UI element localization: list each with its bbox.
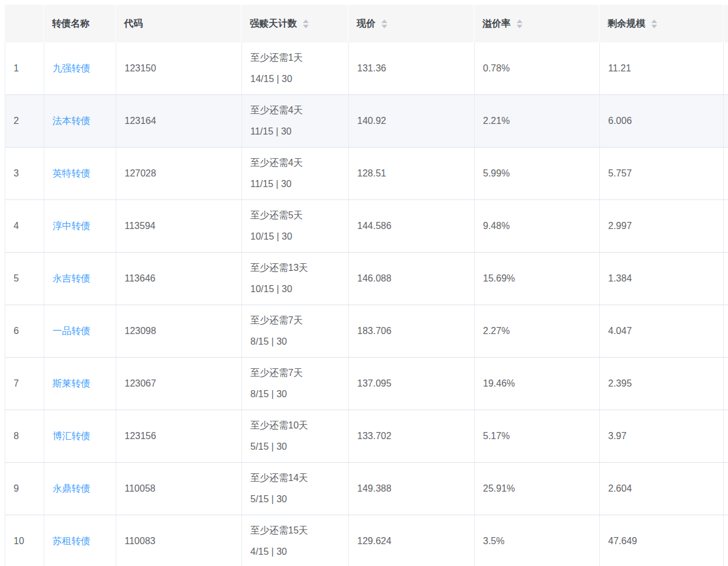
remaining-size-cell: 1.384 (600, 253, 724, 305)
remaining-size-cell: 2.395 (600, 358, 724, 410)
redeem-days-progress: 8/15 | 30 (250, 331, 345, 352)
current-price: 137.095 (357, 373, 471, 394)
row-index-cell: 6 (5, 305, 44, 357)
row-index-cell: 9 (5, 463, 44, 515)
redeem-days-progress: 10/15 | 30 (250, 226, 345, 247)
redeem-days-cell: 至少还需5天 10/15 | 30 (242, 200, 349, 252)
current-price-cell: 128.51 (349, 148, 475, 199)
remaining-size-cell: 2.997 (600, 200, 724, 252)
bond-name-link[interactable]: 永鼎转债 (53, 478, 112, 499)
sort-asc-icon[interactable] (303, 19, 309, 23)
current-price: 129.624 (357, 531, 471, 552)
row-index-cell: 2 (5, 95, 44, 147)
clipped-column-cell (724, 358, 728, 410)
remaining-size: 2.395 (608, 373, 720, 394)
remaining-size-cell: 47.649 (600, 515, 724, 566)
bond-name-link[interactable]: 英特转债 (53, 163, 112, 184)
table-row: 3 英特转债 127028 至少还需4天 11/15 | 30 128.51 5… (5, 148, 728, 200)
table-row: 10 苏租转债 110083 至少还需15天 4/15 | 30 129.624… (5, 515, 728, 566)
redeem-days-progress: 11/15 | 30 (250, 174, 345, 195)
clipped-column-cell (724, 42, 728, 94)
table-row: 2 法本转债 123164 至少还需4天 11/15 | 30 140.92 2… (5, 95, 728, 148)
bond-name-link[interactable]: 九强转债 (53, 58, 112, 79)
current-price: 183.706 (357, 320, 471, 342)
sort-asc-icon[interactable] (517, 19, 523, 23)
row-index-cell: 7 (5, 358, 44, 410)
premium-rate: 19.46% (483, 373, 596, 394)
redeem-days-progress: 10/15 | 30 (250, 279, 345, 300)
redeem-days-progress: 5/15 | 30 (250, 436, 345, 457)
bond-name-cell: 淳中转债 (44, 200, 116, 252)
sort-desc-icon[interactable] (651, 25, 657, 28)
redeem-days-progress: 4/15 | 30 (250, 541, 345, 562)
current-price: 149.388 (357, 478, 471, 499)
column-label: 剩余规模 (608, 18, 645, 30)
redeem-days-progress: 11/15 | 30 (250, 121, 345, 142)
remaining-size: 2.604 (608, 478, 720, 499)
sort-asc-icon[interactable] (381, 19, 387, 23)
bond-code-cell: 110058 (116, 463, 242, 515)
clipped-column-cell (724, 95, 728, 147)
redeem-days-cell: 至少还需4天 11/15 | 30 (242, 95, 349, 147)
premium-rate-cell: 15.69% (475, 253, 600, 305)
clipped-column-cell (724, 200, 728, 252)
redeem-days-cell: 至少还需10天 5/15 | 30 (242, 410, 349, 462)
column-header-days: 强赎天计数 (241, 5, 348, 42)
redeem-days-progress: 14/15 | 30 (250, 68, 345, 90)
remaining-size-cell: 11.21 (600, 42, 724, 94)
remaining-size-cell: 4.047 (600, 305, 724, 357)
sort-icon[interactable] (651, 19, 657, 28)
redeem-days-cell: 至少还需1天 14/15 | 30 (242, 42, 349, 94)
sort-asc-icon[interactable] (651, 19, 657, 23)
bond-name-cell: 博汇转债 (44, 410, 116, 462)
premium-rate: 25.91% (483, 478, 596, 499)
redeem-days-text: 至少还需10天 (250, 415, 345, 436)
sort-desc-icon[interactable] (303, 25, 309, 28)
sort-icon[interactable] (381, 19, 387, 28)
table-body: 1 九强转债 123150 至少还需1天 14/15 | 30 131.36 0… (5, 42, 728, 566)
clipped-column-cell (724, 463, 728, 515)
bond-name-link[interactable]: 法本转债 (53, 110, 112, 132)
premium-rate-cell: 25.91% (475, 463, 600, 515)
column-header-remaining: 剩余规模 (599, 5, 723, 42)
row-index: 7 (14, 373, 40, 394)
premium-rate-cell: 19.46% (475, 358, 600, 410)
redeem-days-text: 至少还需5天 (250, 205, 345, 226)
current-price: 128.51 (357, 163, 471, 184)
column-header-premium: 溢价率 (474, 5, 599, 42)
bond-code-cell: 123150 (116, 42, 242, 94)
bond-code: 127028 (125, 163, 238, 184)
bond-name-link[interactable]: 博汇转债 (53, 426, 112, 447)
bond-name-link[interactable]: 淳中转债 (53, 215, 112, 237)
premium-rate-cell: 9.48% (475, 200, 600, 252)
remaining-size: 3.97 (608, 426, 720, 447)
bond-name-link[interactable]: 苏租转债 (53, 531, 112, 552)
row-index: 8 (14, 426, 40, 447)
bond-code: 123150 (125, 58, 238, 79)
bond-code: 110058 (125, 478, 238, 499)
bond-name-link[interactable]: 斯莱转债 (53, 373, 112, 394)
bond-code: 113646 (125, 268, 238, 289)
table-row: 4 淳中转债 113594 至少还需5天 10/15 | 30 144.586 … (5, 200, 728, 253)
current-price-cell: 129.624 (349, 515, 475, 566)
redeem-days-progress: 5/15 | 30 (250, 489, 345, 510)
bond-name-link[interactable]: 永吉转债 (53, 268, 112, 289)
current-price: 146.088 (357, 268, 471, 289)
premium-rate-cell: 5.17% (475, 410, 600, 462)
sort-icon[interactable] (303, 19, 309, 28)
row-index: 4 (14, 215, 40, 237)
current-price-cell: 183.706 (349, 305, 475, 357)
redeem-days-cell: 至少还需13天 10/15 | 30 (242, 253, 349, 305)
bond-name-link[interactable]: 一品转债 (53, 320, 112, 342)
row-index-cell: 3 (5, 148, 44, 199)
sort-icon[interactable] (517, 19, 523, 28)
sort-desc-icon[interactable] (517, 25, 523, 28)
sort-desc-icon[interactable] (381, 25, 387, 28)
row-index: 9 (14, 478, 40, 499)
redeem-days-text: 至少还需7天 (250, 310, 345, 331)
table-row: 1 九强转债 123150 至少还需1天 14/15 | 30 131.36 0… (5, 42, 728, 95)
clipped-column-cell (724, 305, 728, 357)
table-row: 7 斯莱转债 123067 至少还需7天 8/15 | 30 137.095 1… (5, 358, 728, 410)
column-header-index (5, 5, 44, 42)
bond-name-cell: 斯莱转债 (44, 358, 116, 410)
